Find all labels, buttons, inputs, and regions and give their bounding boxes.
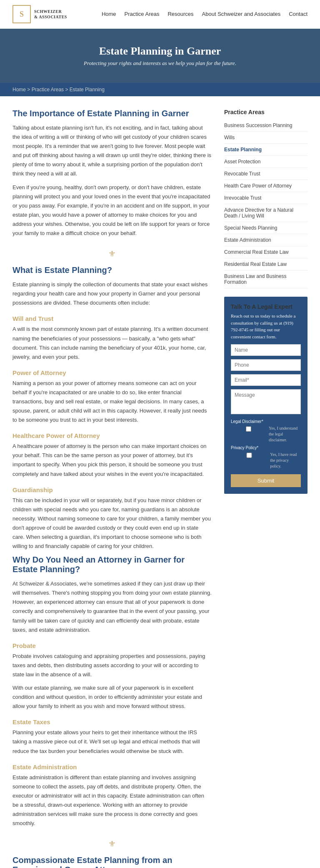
sidebar-item-wills: Wills: [224, 132, 308, 144]
hcpoa-p: A healthcare power of attorney is the pe…: [12, 442, 212, 478]
sidebar-links: Business Succession Planning Wills Estat…: [224, 120, 308, 288]
estate-taxes-p: Planning your estate allows your heirs t…: [12, 728, 212, 755]
breadcrumb-current: Estate Planning: [70, 87, 105, 93]
legal-disclaimer-checkbox[interactable]: [231, 426, 266, 432]
nav-home[interactable]: Home: [102, 11, 116, 17]
section2-heading: What is Estate Planning?: [12, 265, 212, 275]
content-area: The Importance of Estate Planning in Gar…: [12, 109, 212, 868]
form-message-input[interactable]: [231, 389, 301, 414]
sidebar-item-business-law: Business Law and Business Formation: [224, 270, 308, 288]
guardianship-heading: Guardianship: [12, 486, 212, 493]
privacy-policy-text: Yes, I have read the privacy policy.: [270, 452, 301, 469]
divider-1: ⚜: [12, 242, 212, 265]
hcpoa-heading: Healthcare Power of Attorney: [12, 432, 212, 439]
guardianship-p: This can be included in your will or sep…: [12, 496, 212, 551]
will-heading: Will and Trust: [12, 315, 212, 322]
sidebar-item-advance-directive: Advance Directive for a Natural Death / …: [224, 204, 308, 222]
breadcrumb-home[interactable]: Home: [12, 87, 26, 93]
nav-contact[interactable]: Contact: [289, 11, 308, 17]
hero-section: Estate Planning in Garner Protecting you…: [0, 29, 320, 83]
probate-p2: With our estate planning, we make sure a…: [12, 683, 212, 711]
will-p: A will is the most commonly known part o…: [12, 325, 212, 361]
main-layout: The Importance of Estate Planning in Gar…: [0, 96, 320, 868]
compassionate-heading: Compassionate Estate Planning from an Ex…: [12, 855, 212, 868]
breadcrumb-practice-areas[interactable]: Practice Areas: [32, 87, 64, 93]
sidebar-item-residential-real-estate: Residential Real Estate Law: [224, 258, 308, 270]
poa-p: Naming a person as your power of attorne…: [12, 379, 212, 425]
sidebar-item-business-succession: Business Succession Planning: [224, 120, 308, 132]
privacy-policy-checkbox[interactable]: [231, 453, 268, 458]
form-description: Reach out to us today to schedule a cons…: [231, 313, 301, 340]
sidebar-item-irrevocable-trust: Irrevocable Trust: [224, 192, 308, 204]
breadcrumb: Home > Practice Areas > Estate Planning: [0, 83, 320, 96]
legal-disclaimer-label: Legal Disclaimer*: [231, 419, 301, 424]
sidebar-item-special-needs: Special Needs Planning: [224, 222, 308, 234]
sidebar-item-asset-protection: Asset Protection: [224, 156, 308, 168]
section1-heading: The Importance of Estate Planning in Gar…: [12, 109, 212, 118]
contact-form-box: Talk To A Legal Expert Reach out to us t…: [224, 297, 308, 494]
form-email-input[interactable]: [231, 374, 301, 386]
divider-2: ⚜: [12, 832, 212, 855]
section1-p2: Even if you're young, healthy, don't own…: [12, 183, 212, 238]
form-name-input[interactable]: [231, 344, 301, 356]
sidebar-item-estate-admin: Estate Administration: [224, 234, 308, 246]
legal-disclaimer-row: Yes, I understand the legal disclaimer.: [231, 425, 301, 443]
logo: S SCHWEIZER& ASSOCIATES: [12, 5, 67, 23]
privacy-policy-row: Yes, I have read the privacy policy.: [231, 452, 301, 469]
privacy-policy-label: Privacy Policy*: [231, 445, 301, 450]
logo-icon: S: [12, 5, 31, 23]
sidebar: Practice Areas Business Succession Plann…: [224, 109, 308, 868]
logo-text: SCHWEIZER& ASSOCIATES: [34, 9, 67, 20]
hero-subtitle: Protecting your rights and interests as …: [84, 60, 236, 67]
sidebar-item-health-care-poa: Health Care Power of Attorney: [224, 180, 308, 192]
estate-admin-p: Estate administration is different than …: [12, 773, 212, 828]
nav-practice-areas[interactable]: Practice Areas: [125, 11, 160, 17]
nav-resources[interactable]: Resources: [168, 11, 193, 17]
breadcrumb-text: Home > Practice Areas > Estate Planning: [12, 87, 105, 93]
legal-disclaimer-text: Yes, I understand the legal disclaimer.: [269, 425, 301, 443]
submit-button[interactable]: Submit: [231, 474, 301, 487]
estate-admin-heading: Estate Administration: [12, 763, 212, 770]
form-heading: Talk To A Legal Expert: [231, 303, 301, 310]
why-heading: Why Do You Need an Attorney in Garner fo…: [12, 555, 212, 574]
sidebar-item-commercial-real-estate: Commercial Real Estate Law: [224, 246, 308, 258]
section2-p: Estate planning is simply the collection…: [12, 280, 212, 308]
nav-about[interactable]: About Schweizer and Associates: [202, 11, 281, 17]
form-phone-input[interactable]: [231, 359, 301, 371]
practice-areas-heading: Practice Areas: [224, 109, 308, 115]
why-p: At Schweizer & Associates, we're sometim…: [12, 579, 212, 635]
sidebar-item-revocable-trust: Revocable Trust: [224, 168, 308, 180]
navbar: S SCHWEIZER& ASSOCIATES Home Practice Ar…: [0, 0, 320, 29]
section1-p1: Talking about estate planning isn't fun,…: [12, 123, 212, 179]
nav-links: Home Practice Areas Resources About Schw…: [102, 11, 308, 18]
probate-p1: Probate involves cataloguing and apprais…: [12, 652, 212, 679]
sidebar-item-estate-planning: Estate Planning: [224, 144, 308, 156]
estate-taxes-heading: Estate Taxes: [12, 718, 212, 725]
poa-heading: Power of Attorney: [12, 369, 212, 376]
probate-heading: Probate: [12, 642, 212, 649]
hero-title: Estate Planning in Garner: [99, 45, 221, 58]
